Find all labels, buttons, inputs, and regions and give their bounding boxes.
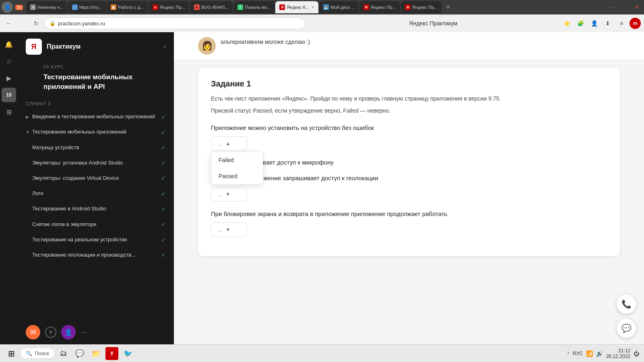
- sidebar-collapse-button[interactable]: ‹: [164, 43, 166, 50]
- tab-favicon-2: 🔗: [72, 4, 78, 10]
- tab-2[interactable]: 🔗 https://my...: [68, 1, 106, 13]
- tab-9[interactable]: Я Яндекс Пр...: [359, 1, 400, 13]
- sidebar-notifications-btn[interactable]: 🔔: [2, 37, 16, 51]
- avatar-purple[interactable]: 👤: [61, 325, 76, 339]
- nav-item-matrix[interactable]: Матрица устройств ✓: [18, 140, 174, 155]
- tab-4[interactable]: Я Яндекс Пр...: [149, 1, 189, 13]
- dropdown-arrow-2-down: ▼: [225, 191, 230, 197]
- tab-3[interactable]: 📋 Работа с д...: [107, 1, 148, 13]
- float-chat-button[interactable]: 💬: [617, 319, 636, 338]
- nav-item-testing[interactable]: ▼ Тестирование мобильных приложений ✓: [18, 125, 174, 140]
- nav-item-emulator-install[interactable]: Эмуляторы: установка Android Studio ✓: [18, 155, 174, 171]
- sidebar-logo: Я: [26, 39, 42, 55]
- nav-check-logs: ✓: [161, 190, 166, 197]
- tab-8[interactable]: 💾 Мой диск ...: [319, 1, 359, 13]
- new-tab-button[interactable]: +: [442, 2, 454, 13]
- dropdown-button-2[interactable]: ... ▼: [211, 187, 247, 202]
- sidebar-brand-name: Практикум: [47, 43, 80, 50]
- taskbar-lang-indicator: RУС: [573, 351, 583, 356]
- add-button[interactable]: +: [45, 327, 56, 338]
- close-button[interactable]: ×: [631, 2, 642, 13]
- nav-item-log-capture[interactable]: Снятие логов в эмуляторе ✓: [18, 217, 174, 232]
- tab-favicon-6: ☰: [237, 4, 243, 10]
- url-bar[interactable]: 🔒 practicum.yandex.ru: [44, 17, 305, 29]
- tab-label-9: Яндекс Пр...: [371, 5, 396, 10]
- dropdown-option-passed[interactable]: Passed: [211, 168, 263, 184]
- checklist-question-3: При блокировке экрана и возврата в прило…: [211, 210, 607, 219]
- tab-6[interactable]: ☰ Панель мо...: [233, 1, 275, 13]
- nav-arrow-intro: ▶: [26, 114, 32, 119]
- tab-bar: 👤 10 ⚙ Инженер н... 🔗 https://my... 📋 Ра…: [0, 0, 644, 14]
- chat-bubble: 👩 альтернативном молоке сделаю :): [174, 32, 644, 60]
- back-button[interactable]: ←: [3, 18, 14, 29]
- dropdown-wrapper-2: ... ▼: [211, 187, 247, 202]
- maximize-button[interactable]: □: [618, 2, 630, 13]
- sidebar-play-btn[interactable]: ▶: [2, 71, 16, 85]
- tab-1[interactable]: ⚙ Инженер н...: [26, 1, 67, 13]
- sidebar-home-btn[interactable]: ⌂: [2, 54, 16, 68]
- nav-label-testing: Тестирование мобильных приложений: [32, 129, 161, 136]
- task-instruction: Присвой статус Passed, если утверждение …: [211, 106, 607, 115]
- nav-item-intro[interactable]: ▶ Введение в тестирование мобильных прил…: [18, 109, 174, 125]
- tab-count-badge[interactable]: 10: [15, 5, 23, 10]
- nav-label-emulator-install: Эмуляторы: установка Android Studio: [32, 160, 161, 167]
- task-card: Задание 1 Есть чек-лист приложения «Янде…: [198, 68, 620, 256]
- tab-favicon-1: ⚙: [30, 4, 36, 10]
- task-description: Есть чек-лист приложения «Яндекс». Пройд…: [211, 94, 607, 103]
- sidebar-grid-btn[interactable]: ⊞: [2, 105, 16, 119]
- nav-label-logs: Логи: [32, 190, 161, 197]
- taskbar-files-icon[interactable]: 🗂: [57, 347, 70, 360]
- nav-label-android-studio: Тестирование в Android Studio: [32, 206, 161, 212]
- nav-check-log-capture: ✓: [161, 221, 166, 228]
- download-icon[interactable]: ⬇: [602, 18, 613, 29]
- taskbar-bird-icon[interactable]: 🐦: [122, 347, 134, 360]
- reload-button[interactable]: ↻: [31, 18, 42, 29]
- nav-item-logs[interactable]: Логи ✓: [18, 186, 174, 202]
- dropdown-arrow-3-down: ▼: [225, 227, 230, 232]
- tab-label-3: Работа с д...: [118, 5, 144, 10]
- taskbar-sys-caret: ^: [568, 351, 570, 356]
- nav-item-geolocation[interactable]: Тестирование геолокации и производств...…: [18, 247, 174, 263]
- profile-nav-icon[interactable]: 👤: [588, 18, 600, 29]
- bookmark-icon[interactable]: ⭐: [561, 18, 572, 29]
- tab-favicon-3: 📋: [111, 4, 116, 10]
- taskbar-network-icon: 📶: [586, 350, 593, 357]
- extension-icon[interactable]: 🧩: [575, 18, 586, 29]
- more-button[interactable]: ···: [80, 328, 87, 337]
- checklist-item-1: Приложение можно установить на устройств…: [211, 123, 607, 151]
- user-avatar[interactable]: m: [630, 18, 641, 29]
- taskbar-folder-icon[interactable]: 📁: [89, 347, 102, 360]
- tab-label-1: Инженер н...: [37, 5, 63, 10]
- sidebar: Я Практикум ‹ 03 КУРС Тестирование мобил…: [18, 32, 174, 344]
- sidebar-course-btn[interactable]: 10: [2, 88, 16, 102]
- nav-check-testing: ✓: [161, 129, 166, 136]
- taskbar-yandex-icon[interactable]: Y: [105, 347, 118, 360]
- tab-label-4: Яндекс Пр...: [160, 5, 185, 10]
- profile-icon[interactable]: 👤: [2, 2, 13, 13]
- mail-icon[interactable]: ✉: [26, 325, 40, 339]
- tab-favicon-10: Я: [405, 4, 411, 10]
- menu-icon[interactable]: ≡: [616, 18, 627, 29]
- dropdown-button-1[interactable]: ... ▲: [211, 136, 247, 151]
- float-phone-button[interactable]: 📞: [617, 294, 636, 314]
- nav-label-log-capture: Снятие логов в эмуляторе: [32, 221, 161, 228]
- tab-5[interactable]: 🐞 BUG-9544S...: [190, 1, 233, 13]
- nav-item-android-studio[interactable]: Тестирование в Android Studio ✓: [18, 202, 174, 217]
- taskbar-right: ^ RУС 📶 🔊 21:12 26.12.2022 ⏻: [568, 348, 639, 359]
- taskbar-time: 21:12: [618, 348, 630, 354]
- chat-text: альтернативном молоке сделаю :): [221, 37, 310, 45]
- dropdown-option-failed[interactable]: Failed: [211, 152, 263, 168]
- taskbar-datetime: 21:12 26.12.2022: [606, 348, 630, 359]
- dropdown-button-3[interactable]: ... ▼: [211, 222, 247, 237]
- taskbar-start-button[interactable]: ⊞: [5, 347, 18, 360]
- nav-label-geolocation: Тестирование геолокации и производств...: [32, 252, 161, 259]
- tab-7-active[interactable]: Я Яндекс К... ×: [275, 1, 318, 13]
- page-title: Яндекс Практикум: [308, 20, 559, 27]
- minimize-button[interactable]: —: [605, 2, 617, 13]
- tab-close-7[interactable]: ×: [312, 4, 314, 10]
- nav-item-virtual-device[interactable]: Эмуляторы: создание Virtual Device ✓: [18, 171, 174, 186]
- nav-item-real-device[interactable]: Тестирование на реальном устройстве ✓: [18, 232, 174, 247]
- taskbar-chat-icon[interactable]: 💬: [73, 347, 86, 360]
- tab-10[interactable]: Я Яндекс Пр...: [401, 1, 442, 13]
- taskbar-search-bar[interactable]: 🔍 Поиск: [21, 349, 54, 358]
